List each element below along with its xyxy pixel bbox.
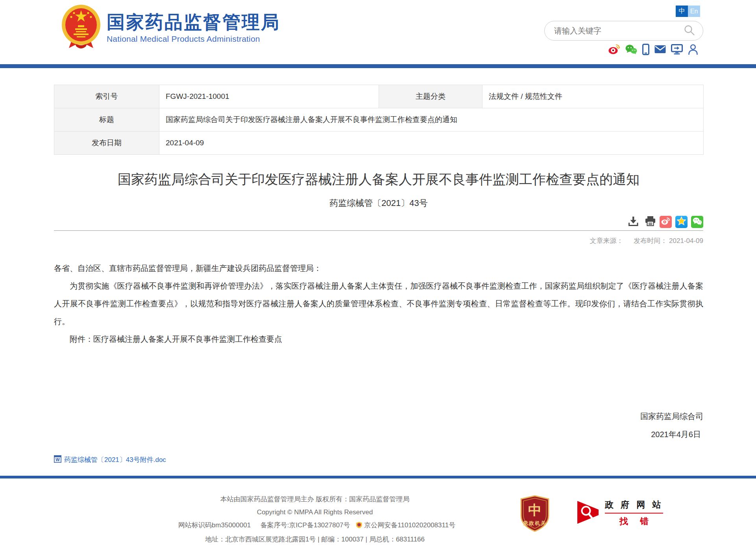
toolbar-divider — [54, 230, 703, 231]
svg-text:中: 中 — [528, 503, 542, 517]
download-button[interactable] — [628, 216, 638, 228]
find-error-sub: 找 错 — [605, 515, 663, 527]
find-error-flag-icon — [576, 500, 600, 526]
document-number: 药监综械管〔2021〕43号 — [54, 197, 703, 209]
document-info-table: 索引号 FGWJ-2021-10001 主题分类 法规文件 / 规范性文件 标题… — [54, 85, 704, 155]
table-row: 标题 国家药监局综合司关于印发医疗器械注册人备案人开展不良事件监测工作检查要点的… — [54, 108, 704, 132]
mail-icon[interactable] — [654, 45, 666, 54]
info-label-index: 索引号 — [54, 85, 159, 108]
lang-en-button[interactable]: En — [688, 6, 700, 17]
site-footer: 本站由国家药品监督管理局主办 版权所有：国家药品监督管理局 Copyright … — [0, 478, 756, 560]
wechat-share-icon — [693, 217, 702, 226]
site-title-cn: 国家药品监督管理局 — [107, 11, 280, 33]
page-title: 国家药监局综合司关于印发医疗器械注册人备案人开展不良事件监测工作检查要点的通知 — [54, 171, 703, 188]
table-row: 发布日期 2021-04-09 — [54, 132, 704, 155]
security-record-number: 京公网安备11010202008311号 — [364, 521, 455, 529]
header-social-icons — [608, 43, 698, 55]
info-value-title: 国家药监局综合司关于印发医疗器械注册人备案人开展不良事件监测工作检查要点的通知 — [159, 108, 704, 132]
info-value-date: 2021-04-09 — [159, 132, 704, 155]
svg-text:W: W — [55, 457, 60, 462]
article-body: 各省、自治区、直辖市药品监督管理局，新疆生产建设兵团药品监督管理局： 为贯彻实施… — [54, 260, 703, 348]
info-label-title: 标题 — [54, 108, 159, 132]
print-button[interactable] — [645, 216, 656, 228]
footer-host-line: 本站由国家药品监督管理局主办 版权所有：国家药品监督管理局 — [174, 493, 455, 506]
info-label-date: 发布日期 — [54, 132, 159, 155]
search-box — [544, 21, 703, 41]
attachment-note-line: 附件：医疗器械注册人备案人开展不良事件监测工作检查要点 — [54, 330, 703, 348]
svg-text:党政机关: 党政机关 — [523, 520, 547, 526]
printer-icon — [645, 216, 656, 228]
publish-time-value: 2021-04-09 — [669, 237, 703, 245]
mobile-icon[interactable] — [642, 44, 649, 55]
signature-date: 2021年4月6日 — [54, 425, 703, 443]
download-icon — [628, 216, 638, 228]
header-divider-bar — [0, 64, 756, 68]
share-weibo-button[interactable] — [660, 216, 672, 228]
site-id-code: 网站标识码bm35000001 — [178, 521, 251, 529]
signature-org: 国家药监局综合司 — [54, 407, 703, 425]
main-content: 索引号 FGWJ-2021-10001 主题分类 法规文件 / 规范性文件 标题… — [54, 85, 703, 464]
attachment-link-row[interactable]: W 药监综械管〔2021〕43号附件.doc — [54, 455, 219, 464]
footer-icp-line: 网站标识码bm35000001 备案序号:京ICP备13027807号 京公网安… — [174, 519, 455, 533]
word-doc-icon: W — [54, 455, 61, 464]
info-value-index: FGWJ-2021-10001 — [159, 85, 379, 108]
footer-address-line: 地址：北京市西城区展览路北露园1号 | 邮编：100037 | 局总机：6831… — [174, 533, 455, 546]
wechat-icon[interactable] — [625, 44, 637, 54]
search-icon — [683, 24, 696, 38]
info-value-category: 法规文件 / 规范性文件 — [482, 85, 704, 108]
find-error-title: 政 府 网 站 — [605, 499, 663, 514]
source-label: 文章来源： — [590, 237, 623, 245]
body-paragraph: 为贯彻实施《医疗器械不良事件监测和再评价管理办法》，落实医疗器械注册人备案人主体… — [54, 277, 703, 330]
publish-time-label: 发布时间： — [634, 237, 667, 245]
signature-block: 国家药监局综合司 2021年4月6日 — [54, 407, 703, 443]
monitor-icon[interactable] — [671, 44, 683, 55]
party-gov-badge[interactable]: 中 党政机关 — [519, 495, 550, 534]
footer-divider-bar — [0, 476, 756, 478]
lang-cn-button[interactable]: 中 — [676, 6, 688, 17]
share-wechat-button[interactable] — [691, 216, 703, 228]
attachment-file-link[interactable]: 药监综械管〔2021〕43号附件.doc — [64, 455, 166, 464]
salutation-line: 各省、自治区、直辖市药品监督管理局，新疆生产建设兵团药品监督管理局： — [54, 260, 703, 277]
find-error-text: 政 府 网 站 找 错 — [605, 499, 663, 527]
user-icon[interactable] — [688, 44, 698, 55]
article-meta: 文章来源： 发布时间： 2021-04-09 — [54, 236, 703, 245]
weibo-icon[interactable] — [608, 44, 620, 54]
site-logo[interactable]: 国家药品监督管理局 National Medical Products Admi… — [61, 4, 280, 50]
article-toolbar — [54, 215, 703, 228]
gov-site-find-error-badge[interactable]: 政 府 网 站 找 错 — [576, 499, 663, 527]
search-input[interactable] — [553, 26, 681, 36]
weibo-share-icon — [661, 217, 670, 226]
share-qzone-button[interactable] — [675, 216, 688, 228]
national-emblem-icon — [61, 4, 101, 50]
footer-copyright-line: Copyright © NMPA All Rights Reserved — [174, 506, 455, 519]
table-row: 索引号 FGWJ-2021-10001 主题分类 法规文件 / 规范性文件 — [54, 85, 704, 108]
language-switch: 中 En — [676, 6, 700, 17]
site-title-en: National Medical Products Administration — [107, 34, 280, 44]
police-badge-icon — [356, 520, 362, 533]
search-button[interactable] — [681, 24, 698, 38]
icp-number: 备案序号:京ICP备13027807号 — [261, 521, 350, 529]
footer-text-block: 本站由国家药品监督管理局主办 版权所有：国家药品监督管理局 Copyright … — [174, 493, 455, 546]
site-header: 国家药品监督管理局 National Medical Products Admi… — [0, 0, 756, 64]
info-label-category: 主题分类 — [379, 85, 482, 108]
qzone-star-icon — [677, 216, 686, 227]
